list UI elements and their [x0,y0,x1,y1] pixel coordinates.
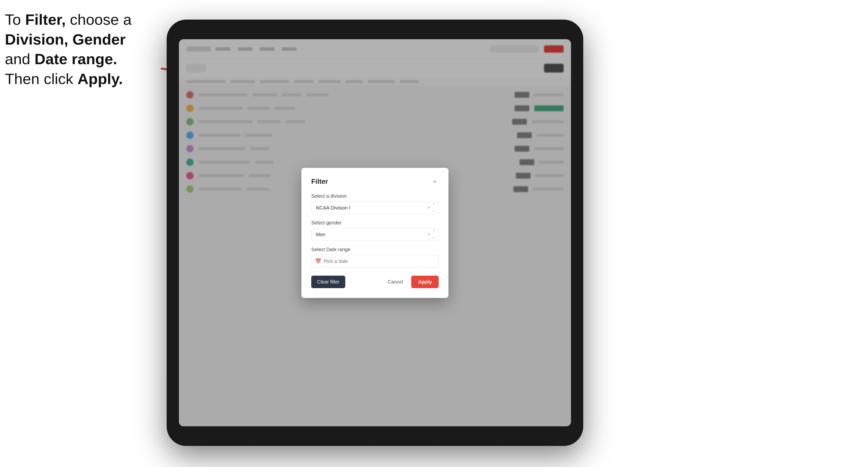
modal-title: Filter [311,178,328,185]
cancel-button[interactable]: Cancel [382,276,409,288]
date-input-wrapper: 📅 [311,255,439,268]
instruction-text: To Filter, choose a Division, Gender and… [5,10,147,89]
date-range-label: Select Date range [311,247,439,252]
gender-form-group: Select gender Men × ⌃⌄ [311,220,439,241]
calendar-icon: 📅 [315,258,321,264]
apply-bold: Apply. [78,70,123,87]
division-gender-bold: Division, Gender [5,31,126,48]
division-label: Select a division [311,193,439,199]
gender-chevron-icon: ⌃⌄ [432,229,436,240]
gender-select-wrapper: Men × ⌃⌄ [311,228,439,241]
gender-select[interactable]: Men [311,228,439,241]
division-select[interactable]: NCAA Division I [311,201,439,214]
division-select-wrapper: NCAA Division I × ⌃⌄ [311,201,439,214]
modal-header: Filter × [311,178,439,185]
gender-clear-icon[interactable]: × [427,232,430,237]
date-range-bold: Date range. [35,51,117,67]
division-select-icons: × ⌃⌄ [427,203,436,213]
gender-label: Select gender [311,220,439,226]
modal-overlay: Filter × Select a division NCAA Division… [179,39,571,426]
modal-footer: Clear filter Cancel Apply [311,276,439,288]
division-chevron-icon: ⌃⌄ [432,203,436,213]
date-range-input[interactable] [311,255,439,268]
date-range-form-group: Select Date range 📅 [311,247,439,268]
tablet-screen: Filter × Select a division NCAA Division… [179,39,571,426]
clear-filter-button[interactable]: Clear filter [311,276,345,288]
gender-select-icons: × ⌃⌄ [427,229,436,240]
close-button[interactable]: × [431,178,439,185]
division-form-group: Select a division NCAA Division I × ⌃⌄ [311,193,439,214]
filter-modal: Filter × Select a division NCAA Division… [302,168,448,298]
apply-button[interactable]: Apply [411,276,439,288]
tablet-device: Filter × Select a division NCAA Division… [167,20,583,446]
footer-right-actions: Cancel Apply [382,276,439,288]
filter-bold: Filter, [25,11,66,28]
division-clear-icon[interactable]: × [427,205,430,210]
